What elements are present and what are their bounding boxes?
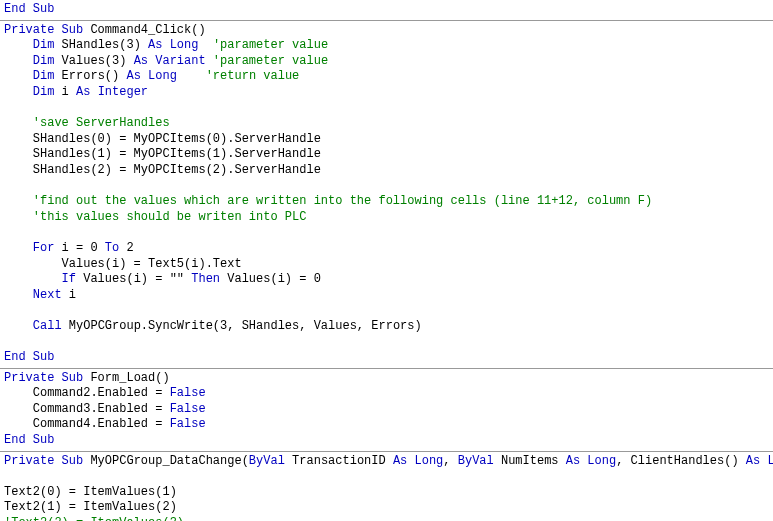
vb-keyword: Private Sub	[4, 23, 83, 37]
code-line[interactable]: Private Sub Command4_Click()	[0, 23, 773, 39]
vb-keyword: False	[170, 402, 206, 416]
vb-code	[4, 210, 33, 224]
code-line[interactable]: Command2.Enabled = False	[0, 386, 773, 402]
vb-code	[4, 288, 33, 302]
vb-code	[4, 319, 33, 333]
code-line[interactable]: Call MyOPCGroup.SyncWrite(3, SHandles, V…	[0, 319, 773, 335]
code-line[interactable]	[0, 469, 773, 485]
vb-keyword: As Integer	[76, 85, 148, 99]
code-line[interactable]: Dim SHandles(3) As Long 'parameter value	[0, 38, 773, 54]
vb-keyword: Next	[33, 288, 62, 302]
code-line[interactable]	[0, 334, 773, 350]
vb-code: ,	[443, 454, 457, 468]
code-line[interactable]: 'find out the values which are written i…	[0, 194, 773, 210]
code-line[interactable]: End Sub	[0, 350, 773, 366]
vb-code: Values(3)	[54, 54, 133, 68]
vb-code: 2	[119, 241, 133, 255]
code-line[interactable]: Text2(0) = ItemValues(1)	[0, 485, 773, 501]
vb-code: Text2(0) = ItemValues(1)	[4, 485, 177, 499]
vb-keyword: End Sub	[4, 433, 54, 447]
vb-code: NumItems	[494, 454, 566, 468]
vb-code	[206, 54, 213, 68]
vb-code: Form_Load()	[83, 371, 169, 385]
vb-keyword: As Long	[126, 69, 176, 83]
vb-keyword: Then	[191, 272, 220, 286]
vb-keyword: Call	[33, 319, 62, 333]
procedure-divider	[0, 451, 773, 452]
code-line[interactable]: SHandles(2) = MyOPCItems(2).ServerHandle	[0, 163, 773, 179]
code-editor[interactable]: End SubPrivate Sub Command4_Click() Dim …	[0, 0, 773, 521]
code-line[interactable]: Dim Errors() As Long 'return value	[0, 69, 773, 85]
vb-keyword: Private Sub	[4, 454, 83, 468]
vb-code: i	[54, 85, 76, 99]
code-line[interactable]: End Sub	[0, 2, 773, 18]
vb-comment: 'parameter value	[213, 38, 328, 52]
vb-comment: 'parameter value	[213, 54, 328, 68]
code-line[interactable]: Command4.Enabled = False	[0, 417, 773, 433]
vb-keyword: False	[170, 417, 206, 431]
code-line[interactable]	[0, 179, 773, 195]
code-line[interactable]: Private Sub Form_Load()	[0, 371, 773, 387]
code-line[interactable]: 'save ServerHandles	[0, 116, 773, 132]
vb-code: Text2(1) = ItemValues(2)	[4, 500, 177, 514]
vb-keyword: For	[33, 241, 55, 255]
vb-keyword: False	[170, 386, 206, 400]
vb-code	[4, 38, 33, 52]
vb-code	[4, 194, 33, 208]
vb-code: , ClientHandles()	[616, 454, 746, 468]
vb-keyword: Dim	[33, 38, 55, 52]
code-line[interactable]: 'Text2(2) = ItemValues(3)	[0, 516, 773, 521]
vb-comment: 'save ServerHandles	[33, 116, 170, 130]
vb-keyword: As Long	[148, 38, 198, 52]
code-line[interactable]	[0, 225, 773, 241]
code-line[interactable]: Text2(1) = ItemValues(2)	[0, 500, 773, 516]
code-line[interactable]: SHandles(0) = MyOPCItems(0).ServerHandle	[0, 132, 773, 148]
vb-code	[4, 272, 62, 286]
vb-code: MyOPCGroup.SyncWrite(3, SHandles, Values…	[62, 319, 422, 333]
code-line[interactable]: If Values(i) = "" Then Values(i) = 0	[0, 272, 773, 288]
code-line[interactable]: For i = 0 To 2	[0, 241, 773, 257]
vb-keyword: ByVal	[249, 454, 285, 468]
vb-code: SHandles(3)	[54, 38, 148, 52]
vb-code	[4, 69, 33, 83]
code-line[interactable]: Dim Values(3) As Variant 'parameter valu…	[0, 54, 773, 70]
vb-code	[4, 241, 33, 255]
vb-keyword: ByVal	[458, 454, 494, 468]
vb-code: Command4_Click()	[83, 23, 205, 37]
vb-keyword: As Long	[393, 454, 443, 468]
procedure-divider	[0, 20, 773, 21]
vb-keyword: Dim	[33, 69, 55, 83]
code-line[interactable]: Values(i) = Text5(i).Text	[0, 257, 773, 273]
vb-keyword: Dim	[33, 85, 55, 99]
vb-code: Errors()	[54, 69, 126, 83]
vb-keyword: To	[105, 241, 119, 255]
vb-code	[198, 38, 212, 52]
vb-code: Values(i) = Text5(i).Text	[4, 257, 242, 271]
vb-code	[4, 85, 33, 99]
vb-keyword: Private Sub	[4, 371, 83, 385]
vb-code: TransactionID	[285, 454, 393, 468]
vb-comment: 'return value	[206, 69, 300, 83]
code-line[interactable]: Next i	[0, 288, 773, 304]
vb-code: i	[62, 288, 76, 302]
code-line[interactable]: Private Sub MyOPCGroup_DataChange(ByVal …	[0, 454, 773, 470]
code-line[interactable]: SHandles(1) = MyOPCItems(1).ServerHandle	[0, 147, 773, 163]
vb-code	[4, 116, 33, 130]
vb-keyword: As Variant	[134, 54, 206, 68]
vb-code: MyOPCGroup_DataChange(	[83, 454, 249, 468]
code-line[interactable]: Command3.Enabled = False	[0, 402, 773, 418]
vb-keyword: If	[62, 272, 76, 286]
code-line[interactable]: Dim i As Integer	[0, 85, 773, 101]
vb-code: Values(i) = 0	[220, 272, 321, 286]
vb-keyword: End Sub	[4, 350, 54, 364]
vb-keyword: As Long	[746, 454, 773, 468]
vb-code: Command4.Enabled =	[4, 417, 170, 431]
vb-code: Command2.Enabled =	[4, 386, 170, 400]
code-line[interactable]: End Sub	[0, 433, 773, 449]
code-line[interactable]	[0, 303, 773, 319]
vb-code: SHandles(2) = MyOPCItems(2).ServerHandle	[4, 163, 321, 177]
code-line[interactable]	[0, 101, 773, 117]
vb-code: Values(i) = ""	[76, 272, 191, 286]
code-line[interactable]: 'this values should be writen into PLC	[0, 210, 773, 226]
vb-code: SHandles(1) = MyOPCItems(1).ServerHandle	[4, 147, 321, 161]
